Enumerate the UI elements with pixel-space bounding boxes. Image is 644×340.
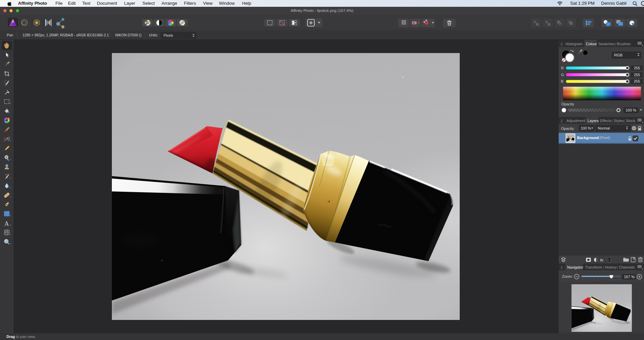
svg-text:Navigator: Navigator bbox=[567, 265, 583, 269]
svg-text:Normal: Normal bbox=[598, 126, 610, 130]
svg-text:255: 255 bbox=[634, 79, 640, 83]
svg-text:B: B bbox=[561, 79, 563, 83]
svg-text:|: | bbox=[603, 265, 604, 269]
svg-text:Background: Background bbox=[577, 136, 599, 140]
svg-text:R: R bbox=[561, 66, 564, 70]
svg-text:255: 255 bbox=[634, 73, 640, 77]
svg-text:||: || bbox=[561, 42, 563, 46]
svg-text:RGB: RGB bbox=[614, 53, 623, 57]
svg-text:|: | bbox=[624, 119, 625, 123]
svg-text:Histogram: Histogram bbox=[565, 42, 582, 46]
svg-text:Effects: Effects bbox=[600, 119, 612, 123]
svg-text:(Pixel): (Pixel) bbox=[599, 136, 610, 140]
svg-text:Colour: Colour bbox=[586, 42, 597, 46]
svg-text:100 %: 100 % bbox=[581, 126, 591, 130]
svg-text:255: 255 bbox=[634, 66, 640, 70]
svg-text:Opacity: Opacity bbox=[561, 102, 574, 106]
svg-text:Stock: Stock bbox=[626, 119, 635, 123]
svg-text:|: | bbox=[617, 265, 618, 269]
svg-text:Adjustment: Adjustment bbox=[566, 119, 585, 123]
svg-text:|: | bbox=[615, 42, 616, 46]
svg-text:Channels: Channels bbox=[619, 265, 635, 269]
svg-text:Layers: Layers bbox=[588, 119, 599, 123]
svg-text:Transform: Transform bbox=[585, 265, 602, 269]
svg-text:||: || bbox=[561, 119, 563, 123]
svg-text:Brushes: Brushes bbox=[617, 42, 631, 46]
svg-text:||: || bbox=[561, 265, 563, 269]
svg-text:Swatches: Swatches bbox=[598, 42, 615, 46]
svg-text:100 %: 100 % bbox=[626, 108, 636, 112]
svg-text:History: History bbox=[605, 265, 617, 269]
svg-text:167 %: 167 % bbox=[624, 275, 634, 279]
svg-text:fx: fx bbox=[600, 258, 604, 262]
svg-text:Styles: Styles bbox=[614, 119, 624, 123]
svg-text:|: | bbox=[612, 119, 613, 123]
svg-text:Opacity:: Opacity: bbox=[561, 126, 575, 131]
svg-text:G: G bbox=[561, 73, 564, 77]
svg-text:Zoom:: Zoom: bbox=[562, 274, 573, 278]
svg-text:A: A bbox=[4, 220, 9, 227]
